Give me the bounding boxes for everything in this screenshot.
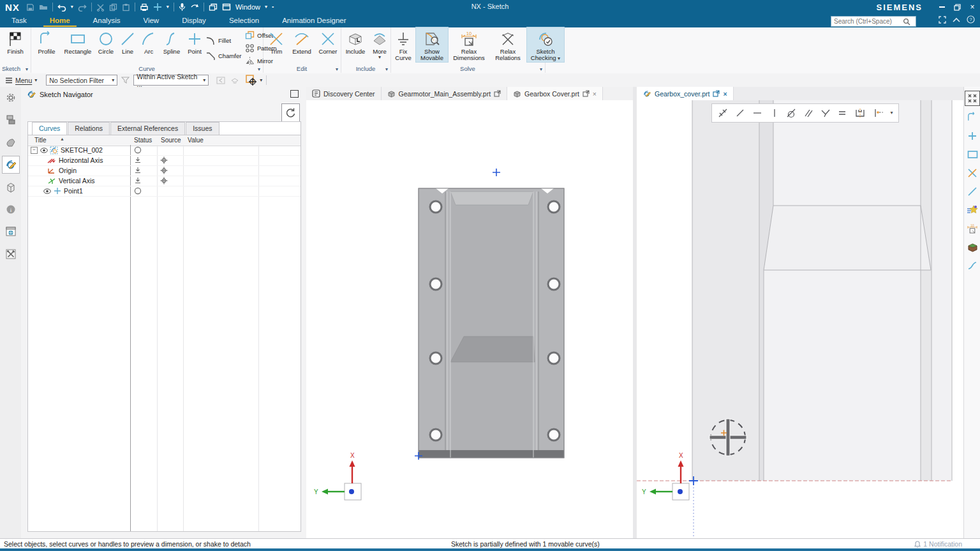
copy-icon[interactable] bbox=[109, 3, 117, 11]
voice-command-icon[interactable] bbox=[179, 3, 186, 11]
collapse-icon[interactable]: − bbox=[31, 147, 38, 154]
include-group-dialog-caret[interactable]: ▾ bbox=[385, 67, 388, 72]
menu-button[interactable]: Menu ▾ bbox=[5, 77, 37, 84]
search-icon[interactable] bbox=[903, 18, 910, 26]
relax-relations-button[interactable]: Relax Relations bbox=[490, 27, 526, 62]
tree-row-point1[interactable]: Point1 bbox=[28, 186, 301, 197]
tree-row-sketch-002[interactable]: − SKETCH_002 bbox=[28, 145, 301, 156]
tab-issues[interactable]: Issues bbox=[186, 122, 219, 135]
help-icon[interactable]: ? bbox=[967, 15, 975, 24]
sketch-checking-button[interactable]: Sketch Checking ▾ bbox=[527, 27, 564, 62]
undo-icon[interactable] bbox=[57, 3, 66, 11]
close-button[interactable]: × bbox=[965, 0, 980, 14]
profile-button[interactable]: Profile bbox=[32, 27, 61, 66]
panel-dock-icon[interactable] bbox=[290, 90, 299, 98]
rectangle-tool-icon[interactable] bbox=[965, 147, 979, 162]
line-button[interactable]: Line bbox=[117, 27, 138, 66]
tab-relations[interactable]: Relations bbox=[68, 122, 110, 135]
edit-group-dialog-caret[interactable]: ▾ bbox=[336, 67, 338, 72]
horizontal-constraint-icon[interactable] bbox=[752, 107, 763, 119]
fullscreen-icon[interactable] bbox=[939, 16, 946, 24]
quick-trim-icon[interactable] bbox=[965, 203, 979, 217]
tab-gearmotor-main-assembly[interactable]: Gearmotor_Main_Assembly.prt bbox=[382, 87, 508, 100]
popout-tab-icon[interactable] bbox=[713, 90, 720, 97]
sketch-navigator-icon[interactable] bbox=[3, 156, 19, 173]
fix-curve-button[interactable]: Fix Curve bbox=[392, 27, 415, 62]
more-constraints-caret[interactable]: ▾ bbox=[891, 110, 893, 116]
gearbox-cover-model[interactable] bbox=[419, 188, 564, 458]
minimize-ribbon-icon[interactable] bbox=[953, 17, 960, 22]
notification-area[interactable]: 1 Notification bbox=[914, 540, 962, 548]
tab-analysis[interactable]: Analysis bbox=[82, 15, 132, 27]
arc-button[interactable]: Arc bbox=[138, 27, 160, 66]
restore-button[interactable] bbox=[949, 0, 965, 14]
curve-group-dialog-caret[interactable]: ▾ bbox=[258, 67, 260, 72]
sketch-point-handle[interactable] bbox=[493, 169, 500, 176]
close-tab-icon[interactable]: × bbox=[593, 90, 597, 98]
circle-button[interactable]: Circle bbox=[94, 27, 117, 66]
tools-icon[interactable] bbox=[3, 246, 19, 262]
touch-mode-icon[interactable] bbox=[190, 3, 199, 11]
selection-scope-dropdown[interactable]: Within Active Sketch ...▾ bbox=[133, 75, 209, 86]
chamfer-button[interactable]: Chamfer bbox=[205, 50, 245, 62]
point-button[interactable]: Point bbox=[184, 27, 205, 66]
filter-reset-icon[interactable] bbox=[121, 76, 130, 84]
spline-tool-icon[interactable] bbox=[965, 259, 979, 273]
sort-ascending-icon[interactable]: ▲ bbox=[60, 137, 64, 141]
sketch-checking-caret[interactable]: ▾ bbox=[558, 56, 560, 61]
trim-button[interactable]: Trim bbox=[264, 27, 288, 55]
spline-button[interactable]: Spline bbox=[160, 27, 184, 66]
equal-constraint-icon[interactable] bbox=[836, 107, 848, 119]
more-caret[interactable]: ▾ bbox=[378, 55, 381, 60]
column-status[interactable]: Status bbox=[134, 137, 152, 144]
popout-tab-icon[interactable] bbox=[583, 90, 590, 97]
print-icon[interactable] bbox=[140, 3, 149, 11]
customize-toolbar-icon[interactable]: ⹀ bbox=[272, 3, 274, 11]
select-previous-icon[interactable] bbox=[216, 77, 225, 84]
snap-point-button[interactable] bbox=[246, 75, 257, 86]
part-navigator-icon[interactable] bbox=[3, 134, 19, 151]
tab-task[interactable]: Task bbox=[0, 15, 38, 27]
line-tool-icon[interactable] bbox=[965, 185, 979, 199]
close-tab-icon[interactable]: × bbox=[723, 90, 727, 98]
tab-view[interactable]: View bbox=[131, 15, 170, 27]
add-command-caret[interactable]: ▾ bbox=[167, 4, 169, 10]
tab-display[interactable]: Display bbox=[170, 15, 218, 27]
tree-row-origin[interactable]: Origin bbox=[28, 165, 301, 176]
snap-point-caret[interactable]: ▾ bbox=[260, 78, 262, 83]
minimize-button[interactable] bbox=[934, 0, 949, 14]
window-menu[interactable]: Window bbox=[235, 3, 260, 11]
column-source[interactable]: Source bbox=[161, 137, 181, 144]
highlight-selection-icon[interactable] bbox=[230, 77, 239, 84]
column-title[interactable]: Title bbox=[34, 137, 47, 144]
selection-filter-dropdown[interactable]: No Selection Filter▾ bbox=[46, 75, 117, 86]
more-button[interactable]: More ▾ bbox=[369, 27, 390, 60]
command-search[interactable] bbox=[831, 16, 916, 27]
window-icon[interactable] bbox=[222, 3, 231, 11]
midpoint-constraint-icon[interactable] bbox=[872, 107, 885, 119]
tree-row-vertical-axis[interactable]: Vertical Axis bbox=[28, 176, 301, 186]
tree-row-horizontal-axis[interactable]: Horizontal Axis bbox=[28, 155, 301, 166]
fillet-button[interactable]: Fillet bbox=[205, 35, 245, 47]
visibility-eye-icon[interactable] bbox=[43, 188, 51, 194]
rectangle-button[interactable]: Rectangle bbox=[61, 27, 94, 66]
main-canvas[interactable]: X Y bbox=[306, 100, 633, 538]
profile-tool-icon[interactable] bbox=[965, 110, 979, 125]
show-movable-button[interactable]: Show Movable bbox=[416, 27, 448, 62]
popout-tab-icon[interactable] bbox=[494, 90, 501, 97]
reset-navigator-button[interactable] bbox=[281, 103, 300, 122]
sketch-group-label[interactable]: Sketch ▾ bbox=[0, 65, 31, 72]
paste-icon[interactable] bbox=[122, 3, 130, 11]
include-button[interactable]: Include bbox=[341, 27, 369, 60]
rapid-dimension-icon[interactable] bbox=[717, 107, 729, 119]
perpendicular-constraint-icon[interactable] bbox=[820, 107, 831, 119]
cascade-windows-icon[interactable] bbox=[209, 3, 218, 11]
visibility-eye-icon[interactable] bbox=[40, 147, 48, 153]
web-browser-icon[interactable] bbox=[3, 223, 19, 240]
solve-group-dialog-caret[interactable]: ▾ bbox=[540, 67, 542, 72]
add-command-icon[interactable] bbox=[153, 3, 162, 11]
tab-curves[interactable]: Curves bbox=[32, 122, 67, 135]
open-icon[interactable] bbox=[39, 3, 48, 11]
relax-dimensions-button[interactable]: 10 Relax Dimensions bbox=[449, 27, 489, 62]
save-icon[interactable] bbox=[26, 3, 34, 11]
